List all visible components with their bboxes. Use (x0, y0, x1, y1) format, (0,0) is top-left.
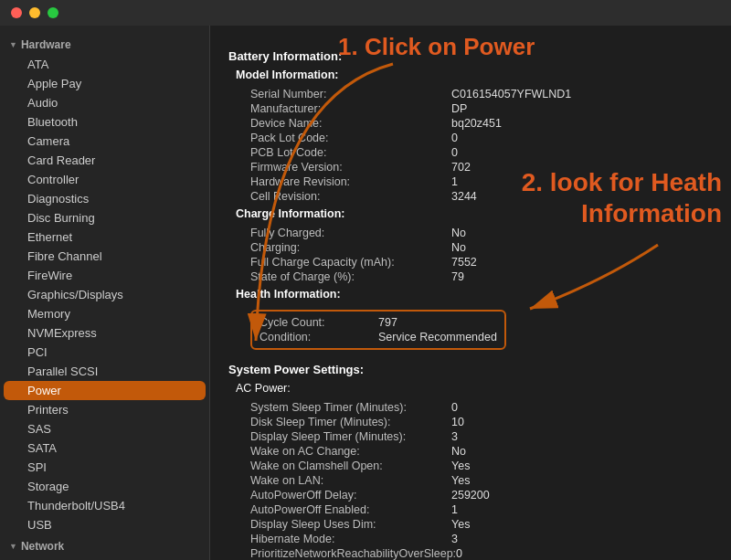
fully-charged-row: Fully Charged: No (236, 226, 713, 240)
wake-ac-row: Wake on AC Change: No (236, 444, 713, 459)
sidebar-item-disc-burning[interactable]: Disc Burning (4, 208, 206, 227)
hibernate-row: Hibernate Mode: 3 (236, 532, 713, 546)
cycle-count-label: Cycle Count: (260, 316, 378, 329)
condition-row: Condition: Service Recommended (260, 330, 497, 344)
sidebar-item-firewire[interactable]: FireWire (4, 266, 206, 285)
firmware-label: Firmware Version: (250, 161, 451, 174)
sidebar-item-power[interactable]: Power (4, 381, 206, 400)
sidebar-item-storage[interactable]: Storage (4, 477, 206, 496)
sidebar-item-usb[interactable]: USB (4, 515, 206, 534)
sidebar-item-sata[interactable]: SATA (4, 438, 206, 458)
sidebar-item-controller[interactable]: Controller (4, 170, 206, 189)
prioritize-label: PrioritizeNetworkReachabilityOverSleep: (250, 547, 456, 560)
firmware-row: Firmware Version: 702 (236, 160, 713, 174)
sidebar-item-graphics-displays[interactable]: Graphics/Displays (4, 285, 206, 304)
autopoweroff-delay-value: 259200 (451, 489, 490, 502)
close-button[interactable] (11, 7, 22, 18)
full-charge-row: Full Charge Capacity (mAh): 7552 (236, 255, 713, 269)
wake-ac-value: No (451, 445, 466, 458)
system-sleep-label: System Sleep Timer (Minutes): (250, 401, 451, 414)
sidebar-item-diagnostics[interactable]: Diagnostics (4, 189, 206, 208)
cell-rev-value: 3244 (451, 190, 477, 203)
pack-lot-row: Pack Lot Code: 0 (236, 131, 713, 145)
serial-number-value: C016154057YFWLND1 (451, 88, 571, 100)
sidebar-item-thunderbolt[interactable]: Thunderbolt/USB4 (4, 496, 206, 515)
charge-info-header: Charge Information: (236, 207, 713, 220)
hardware-group-header: ▼ Hardware (0, 33, 209, 55)
sidebar-item-spi[interactable]: SPI (4, 458, 206, 477)
full-charge-value: 7552 (451, 256, 477, 269)
sidebar: ▼ Hardware ATA Apple Pay Audio Bluetooth… (0, 26, 210, 560)
serial-number-row: Serial Number: C016154057YFWLND1 (236, 87, 713, 101)
autopoweroff-enabled-label: AutoPowerOff Enabled: (250, 503, 451, 516)
wake-lan-label: Wake on LAN: (250, 474, 451, 487)
firmware-value: 702 (451, 161, 471, 174)
hibernate-value: 3 (451, 533, 458, 545)
system-power-header: System Power Settings: (228, 363, 713, 376)
sidebar-item-apple-pay[interactable]: Apple Pay (4, 74, 206, 93)
pcb-lot-value: 0 (451, 146, 458, 159)
charging-label: Charging: (250, 241, 451, 254)
sidebar-item-ata[interactable]: ATA (4, 55, 206, 74)
hibernate-label: Hibernate Mode: (250, 533, 451, 545)
sidebar-item-parallel-scsi[interactable]: Parallel SCSI (4, 362, 206, 381)
sidebar-item-fibre-channel[interactable]: Fibre Channel (4, 247, 206, 266)
sidebar-item-bluetooth[interactable]: Bluetooth (4, 112, 206, 132)
maximize-button[interactable] (48, 7, 58, 18)
wake-ac-label: Wake on AC Change: (250, 445, 451, 458)
sidebar-item-camera[interactable]: Camera (4, 132, 206, 151)
display-sleep-row: Display Sleep Timer (Minutes): 3 (236, 429, 713, 444)
wake-clamshell-row: Wake on Clamshell Open: Yes (236, 459, 713, 473)
cycle-count-value: 797 (378, 316, 397, 329)
minimize-button[interactable] (29, 7, 40, 18)
cell-rev-row: Cell Revision: 3244 (236, 189, 713, 204)
titlebar (0, 0, 731, 26)
display-sleep-dim-row: Display Sleep Uses Dim: Yes (236, 517, 713, 532)
condition-label: Condition: (260, 331, 378, 343)
sidebar-item-memory[interactable]: Memory (4, 304, 206, 323)
sidebar-item-audio[interactable]: Audio (4, 93, 206, 112)
wake-lan-row: Wake on LAN: Yes (236, 473, 713, 488)
fully-charged-label: Fully Charged: (250, 227, 451, 239)
charging-row: Charging: No (236, 240, 713, 255)
pack-lot-label: Pack Lot Code: (250, 132, 451, 144)
device-name-value: bq20z451 (451, 117, 502, 130)
full-charge-label: Full Charge Capacity (mAh): (250, 256, 451, 269)
hardware-rev-value: 1 (451, 175, 458, 188)
disk-sleep-value: 10 (451, 416, 464, 428)
charging-value: No (451, 241, 466, 254)
serial-number-label: Serial Number: (250, 88, 451, 100)
sidebar-item-pci[interactable]: PCI (4, 343, 206, 362)
state-of-charge-label: State of Charge (%): (250, 270, 451, 283)
sidebar-item-ethernet[interactable]: Ethernet (4, 227, 206, 247)
health-info-box: Cycle Count: 797 Condition: Service Reco… (250, 310, 506, 350)
system-sleep-value: 0 (451, 401, 458, 414)
health-info-header: Health Information: (236, 288, 713, 301)
sidebar-item-printers[interactable]: Printers (4, 400, 206, 419)
condition-value: Service Recommended (378, 331, 497, 343)
display-sleep-dim-value: Yes (451, 518, 470, 531)
fully-charged-value: No (451, 227, 466, 239)
sidebar-item-card-reader[interactable]: Card Reader (4, 151, 206, 170)
state-of-charge-row: State of Charge (%): 79 (236, 269, 713, 284)
cell-rev-label: Cell Revision: (250, 190, 451, 203)
pack-lot-value: 0 (451, 132, 458, 144)
hardware-rev-label: Hardware Revision: (250, 175, 451, 188)
disk-sleep-row: Disk Sleep Timer (Minutes): 10 (236, 415, 713, 429)
display-sleep-label: Display Sleep Timer (Minutes): (250, 430, 451, 443)
disk-sleep-label: Disk Sleep Timer (Minutes): (250, 416, 451, 428)
model-info-header: Model Information: (236, 69, 713, 81)
sidebar-item-nvmexpress[interactable]: NVMExpress (4, 323, 206, 343)
sidebar-item-sas[interactable]: SAS (4, 419, 206, 438)
pcb-lot-label: PCB Lot Code: (250, 146, 451, 159)
main-layout: ▼ Hardware ATA Apple Pay Audio Bluetooth… (0, 26, 731, 560)
pcb-lot-row: PCB Lot Code: 0 (236, 145, 713, 160)
display-sleep-dim-label: Display Sleep Uses Dim: (250, 518, 451, 531)
battery-info-header: Battery Information: (228, 49, 713, 63)
autopoweroff-enabled-value: 1 (451, 503, 458, 516)
autopoweroff-enabled-row: AutoPowerOff Enabled: 1 (236, 502, 713, 517)
wake-clamshell-value: Yes (451, 460, 470, 472)
sidebar-item-firewall[interactable]: Firewall (4, 556, 206, 560)
hardware-rev-row: Hardware Revision: 1 (236, 174, 713, 189)
manufacturer-label: Manufacturer: (250, 102, 451, 115)
